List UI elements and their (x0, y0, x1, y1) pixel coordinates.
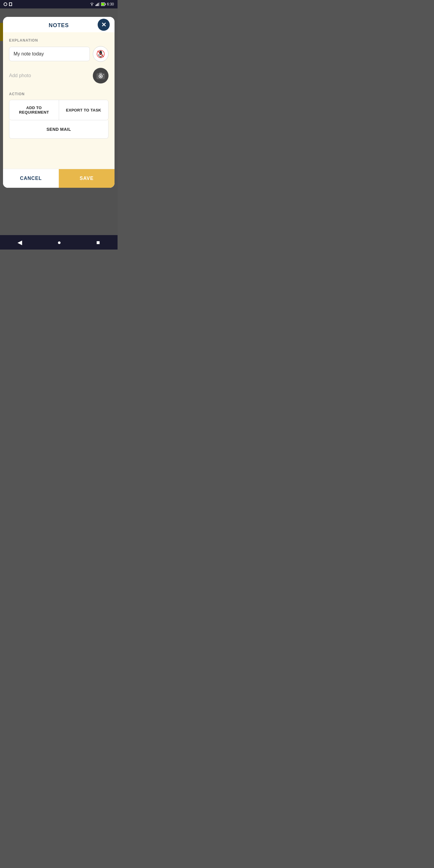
svg-point-15 (100, 76, 101, 77)
action-buttons-row: ADD TO REQUIREMENT EXPORT TO TASK (9, 100, 108, 120)
send-mail-button[interactable]: SEND MAIL (9, 120, 108, 138)
square-status-icon (9, 2, 12, 6)
background: NOTES ✕ EXPLANATION (0, 8, 118, 235)
add-photo-label: Add photo (9, 73, 31, 79)
dialog-body: EXPLANATION (3, 32, 115, 169)
camera-icon (96, 72, 105, 79)
svg-rect-14 (99, 73, 102, 74)
svg-rect-0 (96, 5, 96, 6)
svg-rect-3 (98, 2, 99, 6)
svg-rect-1 (96, 4, 97, 6)
export-to-task-button[interactable]: EXPORT TO TASK (59, 100, 108, 120)
explanation-input[interactable] (9, 47, 90, 61)
time-display: 6:30 (107, 2, 114, 6)
bottom-nav: ◀ ● ■ (0, 235, 118, 250)
notes-dialog: NOTES ✕ EXPLANATION (3, 17, 115, 188)
add-to-requirement-button[interactable]: ADD TO REQUIREMENT (9, 100, 59, 120)
close-button[interactable]: ✕ (98, 19, 110, 31)
explanation-input-row (9, 46, 108, 62)
signal-icon (96, 2, 100, 6)
wifi-icon (90, 2, 94, 6)
explanation-label: EXPLANATION (9, 38, 108, 42)
dialog-header: NOTES ✕ (3, 17, 115, 32)
mic-button[interactable] (93, 46, 108, 62)
mic-muted-icon (96, 50, 105, 58)
battery-icon (101, 2, 106, 6)
circle-status-icon (4, 2, 7, 6)
dialog-title: NOTES (49, 22, 69, 29)
body-spacer (9, 145, 108, 169)
recent-apps-button[interactable]: ■ (96, 239, 100, 246)
status-left-icons (4, 2, 12, 6)
svg-rect-6 (101, 3, 104, 5)
status-right-icons: 6:30 (90, 2, 114, 6)
status-bar: 6:30 (0, 0, 118, 8)
camera-button[interactable] (93, 68, 108, 84)
cancel-button[interactable]: CANCEL (3, 169, 59, 188)
svg-rect-2 (98, 3, 98, 6)
home-button[interactable]: ● (57, 239, 61, 246)
action-label: ACTION (9, 92, 108, 96)
svg-rect-16 (103, 74, 104, 75)
dialog-footer: CANCEL SAVE (3, 169, 115, 188)
add-photo-row: Add photo (9, 68, 108, 84)
save-button[interactable]: SAVE (59, 169, 115, 188)
back-button[interactable]: ◀ (18, 239, 22, 246)
svg-rect-5 (105, 4, 105, 5)
